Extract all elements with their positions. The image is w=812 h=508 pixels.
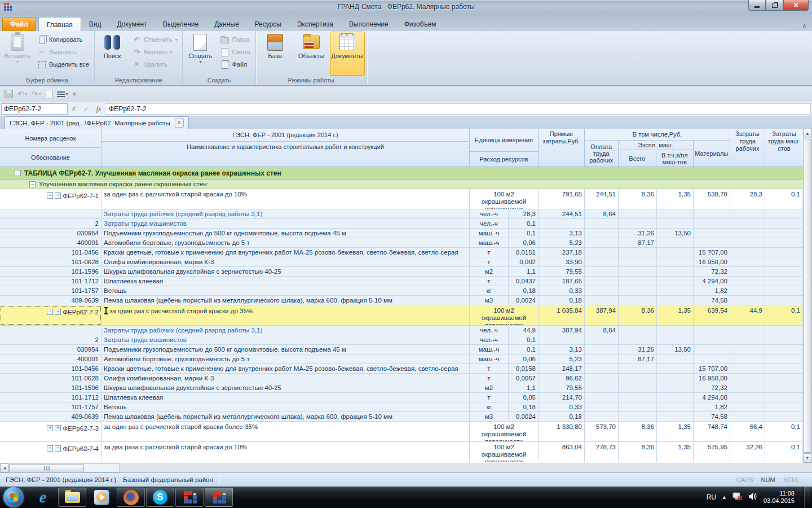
- table-row[interactable]: 101-1757Ветошькг0,180,331,82: [0, 286, 803, 296]
- labor-cell[interactable]: [730, 296, 765, 305]
- mach-cell[interactable]: [619, 326, 657, 335]
- tab-Выделение[interactable]: Выделение: [155, 17, 207, 31]
- machzp-cell[interactable]: [657, 286, 694, 295]
- firefox-taskbar-button[interactable]: [117, 488, 145, 507]
- qty-cell[interactable]: 1,1: [509, 383, 539, 392]
- mlabor-cell[interactable]: [765, 277, 803, 286]
- mlabor-cell[interactable]: [765, 364, 803, 373]
- labor-cell[interactable]: [730, 277, 765, 286]
- mach-cell[interactable]: 8,36: [619, 189, 657, 209]
- restore-button[interactable]: [766, 0, 783, 11]
- mach-cell[interactable]: 31,26: [619, 229, 657, 238]
- mlabor-cell[interactable]: [765, 209, 803, 218]
- pay-cell[interactable]: [585, 219, 619, 228]
- direct-cell[interactable]: 1 035,84: [539, 305, 585, 325]
- labor-cell[interactable]: 28,3: [730, 189, 765, 209]
- mat-cell[interactable]: [694, 345, 730, 354]
- base-mode-button[interactable]: База: [258, 32, 293, 76]
- qty-cell[interactable]: 28,3: [509, 209, 539, 218]
- unit-cell[interactable]: т: [470, 393, 509, 402]
- unit-cell[interactable]: 100 м2 окрашиваемой поверхности: [470, 422, 539, 441]
- resource-code-cell[interactable]: 101-0456: [0, 248, 102, 257]
- mlabor-cell[interactable]: 0,1: [765, 422, 803, 441]
- labor-cell[interactable]: [730, 354, 765, 364]
- mat-cell[interactable]: 1,82: [694, 286, 730, 295]
- mat-cell[interactable]: 4 294,00: [694, 393, 730, 402]
- pay-cell[interactable]: [585, 374, 619, 383]
- labor-cell[interactable]: [730, 238, 765, 247]
- mlabor-cell[interactable]: [765, 383, 803, 392]
- mlabor-cell[interactable]: 0,1: [765, 305, 803, 325]
- create-button[interactable]: Создать ▾: [184, 32, 216, 76]
- copy-button[interactable]: Копировать: [34, 33, 92, 46]
- mat-cell[interactable]: [694, 238, 730, 247]
- machzp-cell[interactable]: [657, 412, 694, 421]
- clock[interactable]: 11:08 03.04.2015: [764, 490, 798, 505]
- machzp-cell[interactable]: 1,35: [657, 189, 694, 209]
- paste-button[interactable]: Вставить ▾: [2, 32, 33, 76]
- machzp-cell[interactable]: [657, 267, 694, 276]
- table-row[interactable]: 101-1712Шпатлевка клееваят0,05214,704 29…: [0, 393, 803, 402]
- resource-name-cell[interactable]: Подъемники грузоподъемностью до 500 кг о…: [102, 229, 470, 238]
- view-mode-button[interactable]: ▾: [57, 91, 68, 97]
- mat-cell[interactable]: [694, 354, 730, 364]
- table-row[interactable]: Затраты труда рабочих (средний разряд ра…: [0, 209, 803, 219]
- resource-code-cell[interactable]: 101-1712: [0, 277, 102, 286]
- direct-cell[interactable]: 387,94: [539, 326, 585, 335]
- mlabor-cell[interactable]: 0,1: [765, 442, 803, 462]
- documents-mode-button[interactable]: Документы: [330, 32, 365, 76]
- tab-Документ[interactable]: Документ: [109, 17, 155, 31]
- mach-cell[interactable]: [619, 402, 657, 411]
- expander-icon[interactable]: +: [55, 445, 61, 452]
- grand-taskbar-button[interactable]: [205, 488, 233, 507]
- unit-cell[interactable]: чел.-ч: [470, 219, 509, 228]
- mat-cell[interactable]: 575,95: [694, 442, 730, 462]
- mach-cell[interactable]: [619, 248, 657, 257]
- undo-quick-button[interactable]: ↶ ▾: [17, 90, 27, 98]
- mach-cell[interactable]: [619, 296, 657, 305]
- qty-cell[interactable]: 0,0057: [509, 374, 539, 383]
- direct-cell[interactable]: [539, 335, 585, 344]
- vertical-scroll-thumb[interactable]: [803, 139, 812, 453]
- mach-cell[interactable]: [619, 393, 657, 402]
- resource-code-cell[interactable]: 101-1757: [0, 402, 102, 411]
- qty-cell[interactable]: 0,0158: [509, 364, 539, 373]
- direct-cell[interactable]: 187,65: [539, 277, 585, 286]
- unit-cell[interactable]: т: [470, 374, 509, 383]
- resource-name-cell[interactable]: Ветошь: [102, 286, 470, 295]
- resource-name-cell[interactable]: Подъемники грузоподъемностью до 500 кг о…: [102, 345, 470, 354]
- direct-cell[interactable]: 248,17: [539, 364, 585, 373]
- tab-Вид[interactable]: Вид: [81, 17, 109, 31]
- direct-cell[interactable]: 79,55: [539, 267, 585, 276]
- resource-code-cell[interactable]: 101-1712: [0, 393, 102, 402]
- mat-cell[interactable]: [694, 209, 730, 218]
- resource-code-cell[interactable]: 101-1757: [0, 286, 102, 295]
- labor-cell[interactable]: [730, 374, 765, 383]
- mlabor-cell[interactable]: [765, 345, 803, 354]
- unit-cell[interactable]: м3: [470, 412, 509, 421]
- machzp-cell[interactable]: [657, 393, 694, 402]
- pay-cell[interactable]: 387,94: [585, 305, 619, 325]
- mach-cell[interactable]: 8,36: [619, 442, 657, 462]
- table-row[interactable]: 101-1596Шкурка шлифовальная двухслойная …: [0, 267, 803, 277]
- machzp-cell[interactable]: [657, 296, 694, 305]
- table-row[interactable]: −+ФЕРр62-7-2за один раз с расчисткой ста…: [0, 305, 803, 326]
- table-row[interactable]: 409-0639Пемза шлаковая (щебень пористый …: [0, 412, 803, 422]
- resource-name-cell[interactable]: Затраты труда рабочих (средний разряд ра…: [102, 209, 470, 218]
- labor-cell[interactable]: [730, 286, 765, 295]
- direct-cell[interactable]: [539, 219, 585, 228]
- direct-cell[interactable]: 1 330,80: [539, 422, 585, 441]
- pay-cell[interactable]: [585, 238, 619, 247]
- qty-cell[interactable]: 0,0151: [509, 248, 539, 257]
- qty-cell[interactable]: 0,1: [509, 229, 539, 238]
- mat-cell[interactable]: 72,32: [694, 267, 730, 276]
- resource-name-cell[interactable]: Пемза шлаковая (щебень пористый из метал…: [102, 296, 470, 305]
- direct-cell[interactable]: 237,18: [539, 248, 585, 257]
- redo-quick-button[interactable]: ↷ ▾: [32, 90, 41, 98]
- unit-cell[interactable]: м2: [470, 267, 509, 276]
- direct-cell[interactable]: 244,51: [539, 209, 585, 218]
- unit-cell[interactable]: маш.-ч: [470, 354, 509, 364]
- labor-cell[interactable]: [730, 364, 765, 373]
- tab-Экспертиза[interactable]: Экспертиза: [289, 17, 341, 31]
- resource-code-cell[interactable]: 400001: [0, 354, 102, 364]
